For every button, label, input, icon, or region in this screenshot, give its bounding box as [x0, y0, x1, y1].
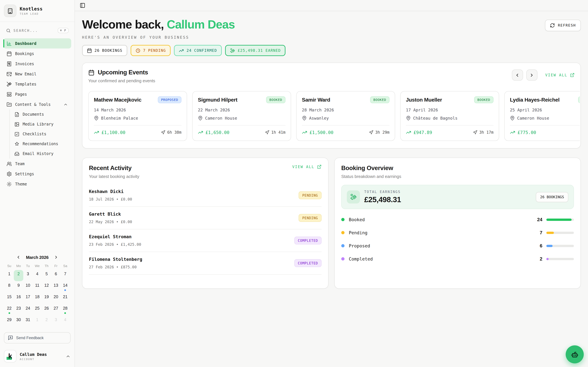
- sidebar-item-settings[interactable]: Settings: [3, 169, 71, 179]
- calendar-day-2[interactable]: 2: [14, 270, 23, 281]
- sidebar-item-team[interactable]: Team: [3, 158, 71, 169]
- event-venue: Cameron House: [510, 116, 580, 121]
- calendar-day-5[interactable]: 5: [42, 270, 51, 281]
- calendar-day-next-2[interactable]: 2: [42, 316, 51, 327]
- calendar-day-31[interactable]: 31: [23, 316, 33, 327]
- sidebar-item-recommendations[interactable]: Recommendations: [11, 139, 71, 149]
- sidebar-item-checklists[interactable]: Checklists: [11, 129, 71, 139]
- event-card[interactable]: Sigmund HilpertBOOKED22 March 2026Camero…: [192, 91, 291, 141]
- calendar-day-29[interactable]: 29: [5, 316, 14, 327]
- stat-chip-label: 26 BOOKINGS: [95, 48, 122, 53]
- event-date: 22 March 2026: [198, 108, 285, 112]
- sidebar-item-bookings[interactable]: Bookings: [3, 49, 71, 59]
- sidebar-toggle-button[interactable]: [80, 3, 85, 8]
- booking-overview-panel: Booking Overview Status breakdown and ea…: [334, 158, 581, 289]
- calendar-day-23[interactable]: 23: [14, 304, 23, 316]
- calendar-day-8[interactable]: 8: [5, 282, 14, 293]
- events-prev-button[interactable]: [512, 69, 523, 81]
- calendar-day-10[interactable]: 10: [23, 282, 33, 293]
- bot-icon: [571, 350, 579, 359]
- sidebar-item-new-email[interactable]: New Email: [3, 69, 71, 79]
- calendar-day-6[interactable]: 6: [51, 270, 61, 281]
- workspace-header[interactable]: Knotless TEAM LEAD: [0, 0, 75, 22]
- event-card[interactable]: Lydia Hayes-ReichelBOOKED25 April 2026Ca…: [504, 91, 580, 141]
- sidebar-item-pages[interactable]: Pages: [3, 89, 71, 99]
- status-progress-fill: [546, 258, 548, 260]
- calendar-next-button[interactable]: [53, 254, 59, 260]
- activity-row[interactable]: Garett Blick22 May 2026 • £0.00PENDING: [89, 207, 321, 229]
- account-menu[interactable]: k Callum Deas ACCOUNT: [0, 347, 75, 367]
- calendar-day-26[interactable]: 26: [42, 304, 51, 316]
- mail-plus-icon: [7, 71, 12, 76]
- event-card[interactable]: Juston MuellerBOOKED17 April 2026Château…: [400, 91, 499, 141]
- calendar-day-12[interactable]: 12: [42, 282, 51, 293]
- sidebar: Knotless TEAM LEAD SEARCH... ⌘ P Dashboa…: [0, 0, 75, 367]
- sidebar-item-dashboard[interactable]: Dashboard: [3, 38, 71, 49]
- calendar-day-7[interactable]: 7: [61, 270, 70, 281]
- event-venue: Blenheim Palace: [94, 116, 182, 121]
- calendar-day-27[interactable]: 27: [51, 304, 61, 316]
- sidebar-item-label: Recommendations: [23, 142, 68, 146]
- sidebar-item-label: Dashboard: [15, 41, 68, 46]
- calendar-day-30[interactable]: 30: [14, 316, 23, 327]
- activity-meta: 27 Feb 2026 • £875.00: [89, 265, 142, 269]
- panel-left-icon: [80, 3, 85, 8]
- divider: [302, 125, 389, 125]
- calendar-day-15[interactable]: 15: [5, 293, 14, 304]
- events-view-all-link[interactable]: VIEW ALL: [545, 73, 575, 77]
- sidebar-item-invoices[interactable]: Invoices: [3, 59, 71, 69]
- search-input[interactable]: SEARCH... ⌘ P: [4, 25, 70, 36]
- calendar-day-18[interactable]: 18: [33, 293, 42, 304]
- events-next-button[interactable]: [526, 69, 537, 81]
- event-amount: £1,500.00: [302, 130, 333, 135]
- calendar-day-1[interactable]: 1: [5, 270, 14, 281]
- event-status-badge: BOOKED: [370, 96, 389, 103]
- activity-row[interactable]: Filomena Stoltenberg27 Feb 2026 • £875.0…: [89, 252, 321, 275]
- assistant-fab-button[interactable]: [566, 345, 584, 363]
- total-earnings-box: TOTAL EARNINGS £25,498.31 26 BOOKINGS: [341, 185, 574, 209]
- event-dot: [64, 289, 66, 291]
- total-earnings-value: £25,498.31: [364, 195, 401, 204]
- activity-row[interactable]: Ezequiel Stroman23 Feb 2026 • £1,425.00C…: [89, 229, 321, 252]
- status-row-completed: Completed2: [341, 256, 574, 261]
- calendar-day-11[interactable]: 11: [33, 282, 42, 293]
- calendar-day-20[interactable]: 20: [51, 293, 61, 304]
- calendar-day-16[interactable]: 16: [14, 293, 23, 304]
- sidebar-item-content-tools[interactable]: Content & Tools: [3, 99, 71, 109]
- calendar-day-24[interactable]: 24: [23, 304, 33, 316]
- calendar-day-17[interactable]: 17: [23, 293, 33, 304]
- activity-row[interactable]: Keshawn Dicki18 Jul 2026 • £0.00PENDING: [89, 184, 321, 207]
- sidebar-item-media-library[interactable]: Media Library: [11, 119, 71, 129]
- calendar-day-next-4[interactable]: 4: [61, 316, 70, 327]
- calendar-day-19[interactable]: 19: [42, 293, 51, 304]
- calendar-day-13[interactable]: 13: [51, 282, 61, 293]
- activity-view-all-link[interactable]: VIEW ALL: [292, 165, 321, 169]
- stat-chip-earned: £25,498.31 EARNED: [225, 45, 286, 56]
- event-amount: £775.00: [510, 130, 536, 135]
- event-client-name: Mathew Macejkovic: [94, 97, 141, 103]
- send-feedback-button[interactable]: Send Feedback: [4, 332, 70, 343]
- sidebar-item-templates[interactable]: Templates: [3, 79, 71, 89]
- calendar-day-14[interactable]: 14: [61, 282, 70, 293]
- sidebar-item-email-history[interactable]: Email History: [11, 149, 71, 158]
- calendar-day-9[interactable]: 9: [14, 282, 23, 293]
- sidebar-item-theme[interactable]: Theme: [3, 179, 71, 189]
- calendar-day-4[interactable]: 4: [33, 270, 42, 281]
- sidebar-item-documents[interactable]: Documents: [11, 109, 71, 119]
- calendar-day-21[interactable]: 21: [61, 293, 70, 304]
- calendar-day-next-3[interactable]: 3: [51, 316, 61, 327]
- hand-coins-icon: [230, 48, 235, 53]
- calendar-day-22[interactable]: 22: [5, 304, 14, 316]
- event-card[interactable]: Samir WardBOOKED28 March 2026Aswanley£1,…: [296, 91, 395, 141]
- calendar-day-3[interactable]: 3: [23, 270, 33, 281]
- avatar: k: [4, 350, 17, 362]
- bookings-count-badge: 26 BOOKINGS: [536, 192, 568, 202]
- refresh-button[interactable]: REFRESH: [545, 20, 581, 31]
- event-card[interactable]: Mathew MacejkovicPROPOSED14 March 2026Bl…: [88, 91, 187, 141]
- calendar-prev-button[interactable]: [15, 254, 21, 260]
- event-travel-time: 3h 17m: [473, 130, 493, 135]
- calendar-day-next-1[interactable]: 1: [33, 316, 42, 327]
- calendar-day-28[interactable]: 28: [61, 304, 70, 316]
- event-client-name: Samir Ward: [302, 97, 330, 103]
- calendar-day-25[interactable]: 25: [33, 304, 42, 316]
